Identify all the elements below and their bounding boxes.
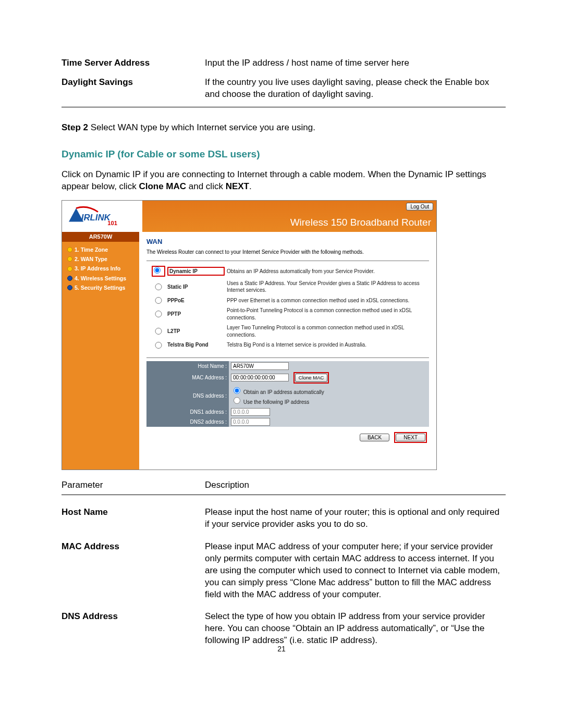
wan-option-desc: Layer Two Tunneling Protocol is a common…	[227, 324, 424, 338]
dns-auto-label: Obtain an IP address automatically	[243, 389, 324, 395]
param-desc-daylight: If the country you live uses daylight sa…	[205, 77, 506, 101]
status-dot-done-icon	[67, 266, 72, 272]
step-2-instruction: Step 2 Select WAN type by which Internet…	[62, 122, 506, 134]
dynamic-ip-heading: Dynamic IP (for Cable or some DSL users)	[62, 147, 506, 161]
wan-intro-text: The Wireless Router can connect to your …	[146, 249, 429, 256]
wan-option-name: Dynamic IP	[167, 267, 225, 276]
wan-panel: WAN The Wireless Router can connect to y…	[139, 232, 436, 470]
dns2-label: DNS2 address :	[146, 417, 229, 427]
nav-label: 4. Wireless Settings	[75, 275, 126, 282]
next-button[interactable]: NEXT	[396, 434, 425, 441]
radio-pppoe[interactable]	[152, 297, 165, 304]
airlink-logo: IRLINK 101	[62, 201, 142, 232]
dyn-para-pre: Click on Dynamic IP if you are connectin…	[62, 169, 486, 191]
param-desc-host-name: Please input the host name of your route…	[205, 507, 506, 530]
dns1-label: DNS1 address :	[146, 407, 229, 417]
wan-option-telstra[interactable]: Telstra Big Pond Telstra Big Pond is a I…	[152, 340, 424, 350]
radio-dynamic-ip[interactable]	[154, 267, 161, 274]
divider	[62, 107, 506, 107]
param-label-mac-address: MAC Address	[62, 541, 205, 601]
wizard-sidebar: AR570W 1. Time Zone 2. WAN Type 3. IP Ad…	[62, 232, 139, 470]
nav-label: 2. WAN Type	[75, 255, 107, 263]
wan-option-desc: Telstra Big Pond is a Internet service i…	[227, 341, 424, 349]
radio-telstra[interactable]	[152, 342, 165, 349]
param-desc-time-server: Input the IP address / host name of time…	[205, 57, 506, 69]
param-label-daylight: Daylight Savings	[62, 77, 205, 101]
wan-option-desc: Obtains an IP Address automatically from…	[227, 268, 424, 275]
wan-option-l2tp[interactable]: L2TP Layer Two Tunneling Protocol is a c…	[152, 323, 424, 340]
dns-manual-option[interactable]: Use the following IP address	[231, 399, 309, 405]
param-label-host-name: Host Name	[62, 507, 205, 530]
step-2-label: Step 2	[62, 122, 88, 132]
radio-pptp[interactable]	[152, 311, 165, 317]
nav-label: 1. Time Zone	[75, 246, 108, 253]
nav-label: 3. IP Address Info	[75, 265, 120, 272]
wan-divider	[146, 261, 429, 261]
wan-option-desc: Uses a Static IP Address. Your Service P…	[227, 280, 424, 294]
param-desc-mac-address: Please input MAC address of your compute…	[205, 541, 506, 601]
wan-heading: WAN	[146, 237, 429, 246]
radio-static-ip[interactable]	[152, 283, 165, 290]
nav-ip-address-info[interactable]: 3. IP Address Info	[67, 264, 139, 273]
radio-dns-auto[interactable]	[234, 387, 240, 394]
clone-mac-button[interactable]: Clone MAC	[295, 374, 328, 382]
router-admin-screenshot: IRLINK 101 Log Out Wireless 150 Broadban…	[62, 200, 437, 470]
wan-option-name: PPPoE	[167, 297, 225, 304]
column-header-description: Description	[205, 479, 506, 491]
radio-dns-manual[interactable]	[234, 397, 240, 404]
wan-divider	[146, 357, 429, 358]
dynamic-ip-paragraph: Click on Dynamic IP if you are connectin…	[62, 169, 506, 193]
wan-option-name: PPTP	[167, 311, 225, 318]
router-model: AR570W	[62, 232, 139, 242]
dns1-input[interactable]	[231, 408, 270, 416]
param-label-dns-address: DNS Address	[62, 611, 205, 647]
nav-security-settings[interactable]: 5. Security Settings	[67, 283, 139, 292]
dns-manual-label: Use the following IP address	[243, 399, 310, 405]
column-header-parameter: Parameter	[62, 479, 205, 491]
router-banner-title: Wireless 150 Broadband Router	[290, 216, 431, 229]
dns-auto-option[interactable]: Obtain an IP address automatically	[231, 389, 324, 395]
status-dot-todo-icon	[67, 285, 72, 290]
wan-option-dynamic-ip[interactable]: Dynamic IP Obtains an IP Address automat…	[152, 264, 424, 278]
wan-option-desc: PPP over Ethernet is a common connection…	[227, 297, 424, 304]
dyn-para-clone-mac: Clone MAC	[139, 181, 186, 191]
nav-time-zone[interactable]: 1. Time Zone	[67, 245, 139, 254]
wan-option-pppoe[interactable]: PPPoE PPP over Ethernet is a common conn…	[152, 295, 424, 306]
wan-option-name: Static IP	[167, 283, 225, 291]
wan-option-static-ip[interactable]: Static IP Uses a Static IP Address. Your…	[152, 278, 424, 295]
wan-option-desc: Point-to-Point Tunneling Protocol is a c…	[227, 307, 424, 321]
config-table: Host Name : MAC Address : Clone MAC	[146, 361, 429, 427]
nav-label: 5. Security Settings	[75, 284, 125, 291]
desc-divider	[62, 495, 506, 495]
wan-option-name: L2TP	[167, 328, 225, 335]
dns2-input[interactable]	[231, 418, 270, 426]
logout-button[interactable]: Log Out	[406, 203, 433, 211]
radio-l2tp[interactable]	[152, 328, 165, 335]
status-dot-done-icon	[67, 256, 72, 262]
wan-option-pptp[interactable]: PPTP Point-to-Point Tunneling Protocol i…	[152, 305, 424, 323]
step-2-text: Select WAN type by which Internet servic…	[88, 122, 315, 132]
svg-text:IRLINK: IRLINK	[81, 213, 112, 223]
dyn-para-mid: and click	[186, 181, 226, 191]
host-name-label: Host Name :	[146, 361, 229, 371]
dyn-para-next: NEXT	[226, 181, 249, 191]
nav-wireless-settings[interactable]: 4. Wireless Settings	[67, 274, 139, 283]
param-label-time-server: Time Server Address	[62, 57, 205, 69]
wan-option-name: Telstra Big Pond	[167, 341, 225, 349]
status-dot-todo-icon	[67, 276, 72, 281]
back-button[interactable]: BACK	[360, 434, 389, 441]
svg-text:101: 101	[107, 220, 117, 226]
host-name-input[interactable]	[231, 362, 289, 370]
mac-address-label: MAC Address :	[146, 371, 229, 385]
mac-address-input[interactable]	[231, 374, 289, 381]
dyn-para-end: .	[249, 181, 252, 191]
nav-wan-type[interactable]: 2. WAN Type	[67, 254, 139, 264]
page-number: 21	[0, 644, 563, 654]
dns-address-label: DNS address :	[146, 385, 229, 407]
router-banner: Log Out Wireless 150 Broadband Router	[142, 201, 436, 232]
status-dot-done-icon	[67, 247, 72, 252]
param-desc-dns-address: Select the type of how you obtain IP add…	[205, 611, 506, 647]
